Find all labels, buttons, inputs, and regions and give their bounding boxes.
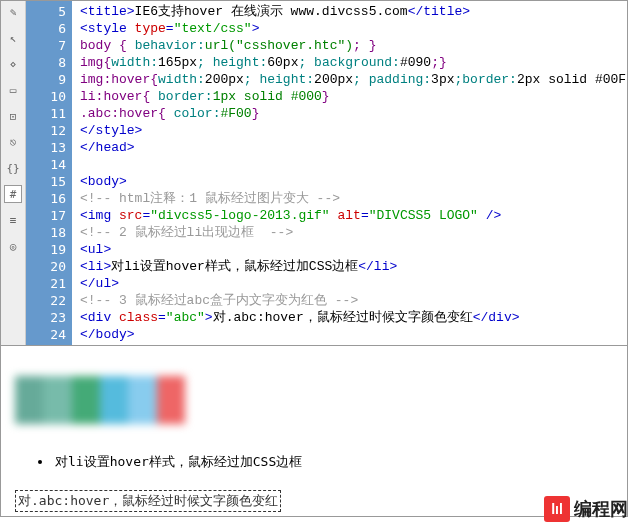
code-line[interactable]: <title>IE6支持hover 在线演示 www.divcss5.com</… — [80, 3, 627, 20]
braces-icon[interactable]: {} — [4, 159, 22, 177]
line-number: 10 — [26, 88, 66, 105]
code-line[interactable]: <!-- 2 鼠标经过li出现边框 --> — [80, 224, 627, 241]
pencil-icon[interactable]: ✎ — [4, 3, 22, 21]
line-number: 16 — [26, 190, 66, 207]
line-number: 13 — [26, 139, 66, 156]
dashed-icon[interactable]: ⊡ — [4, 107, 22, 125]
code-line[interactable]: </body> — [80, 326, 627, 343]
code-line[interactable]: li:hover{ border:1px solid #000} — [80, 88, 627, 105]
line-number: 24 — [26, 326, 66, 343]
line-number: 21 — [26, 275, 66, 292]
line-number: 12 — [26, 122, 66, 139]
editor-window: ✎ ↖ ⋄ ▭ ⊡ ⎋ {} # ≡ ◎ 5678910111213141516… — [0, 0, 628, 517]
blurred-logo-image — [15, 376, 185, 424]
code-editor-pane: ✎ ↖ ⋄ ▭ ⊡ ⎋ {} # ≡ ◎ 5678910111213141516… — [1, 1, 627, 346]
code-line[interactable]: </style> — [80, 122, 627, 139]
preview-list: 对li设置hover样式，鼠标经过加CSS边框 — [37, 452, 613, 472]
code-line[interactable]: <li>对li设置hover样式，鼠标经过加CSS边框</li> — [80, 258, 627, 275]
line-number: 18 — [26, 224, 66, 241]
line-number: 19 — [26, 241, 66, 258]
code-line[interactable] — [80, 156, 627, 173]
line-number: 20 — [26, 258, 66, 275]
code-line[interactable]: <!-- html注释：1 鼠标经过图片变大 --> — [80, 190, 627, 207]
code-line[interactable]: img:hover{width:200px; height:200px; pad… — [80, 71, 627, 88]
watermark-logo-icon: lıl — [544, 496, 570, 522]
line-number: 7 — [26, 37, 66, 54]
list-item[interactable]: 对li设置hover样式，鼠标经过加CSS边框 — [53, 452, 304, 472]
code-line[interactable]: <ul> — [80, 241, 627, 258]
line-number: 23 — [26, 309, 66, 326]
vertical-toolbar: ✎ ↖ ⋄ ▭ ⊡ ⎋ {} # ≡ ◎ — [1, 1, 26, 345]
line-number: 15 — [26, 173, 66, 190]
line-number: 14 — [26, 156, 66, 173]
line-number: 22 — [26, 292, 66, 309]
code-line[interactable]: <!-- 3 鼠标经过abc盒子内文字变为红色 --> — [80, 292, 627, 309]
code-line[interactable]: <style type="text/css"> — [80, 20, 627, 37]
line-number: 5 — [26, 3, 66, 20]
line-number-gutter: 56789101112131415161718192021222324 — [26, 1, 72, 345]
code-line[interactable]: <img src="divcss5-logo-2013.gif" alt="DI… — [80, 207, 627, 224]
code-line[interactable]: img{width:165px; height:60px; background… — [80, 54, 627, 71]
line-number: 17 — [26, 207, 66, 224]
code-line[interactable]: </ul> — [80, 275, 627, 292]
line-number: 11 — [26, 105, 66, 122]
preview-pane: 对li设置hover样式，鼠标经过加CSS边框 对.abc:hover，鼠标经过… — [1, 346, 627, 516]
line-number: 8 — [26, 54, 66, 71]
line-number: 9 — [26, 71, 66, 88]
code-line[interactable]: <div class="abc">对.abc:hover，鼠标经过时候文字颜色变… — [80, 309, 627, 326]
watermark-text: 编程网 — [574, 497, 628, 521]
tag-icon[interactable]: ⋄ — [4, 55, 22, 73]
link-icon[interactable]: ⎋ — [4, 133, 22, 151]
code-line[interactable]: .abc:hover{ color:#F00} — [80, 105, 627, 122]
hash-icon[interactable]: # — [4, 185, 22, 203]
bars-icon[interactable]: ≡ — [4, 211, 22, 229]
target-icon[interactable]: ◎ — [4, 237, 22, 255]
cursor-icon[interactable]: ↖ — [4, 29, 22, 47]
rect-icon[interactable]: ▭ — [4, 81, 22, 99]
code-line[interactable]: </head> — [80, 139, 627, 156]
abc-hover-text[interactable]: 对.abc:hover，鼠标经过时候文字颜色变红 — [15, 490, 281, 512]
code-area[interactable]: <title>IE6支持hover 在线演示 www.divcss5.com</… — [72, 1, 627, 345]
watermark: lıl 编程网 — [544, 496, 628, 522]
line-number: 6 — [26, 20, 66, 37]
code-line[interactable]: body { behavior:url("csshover.htc"); } — [80, 37, 627, 54]
code-line[interactable]: <body> — [80, 173, 627, 190]
